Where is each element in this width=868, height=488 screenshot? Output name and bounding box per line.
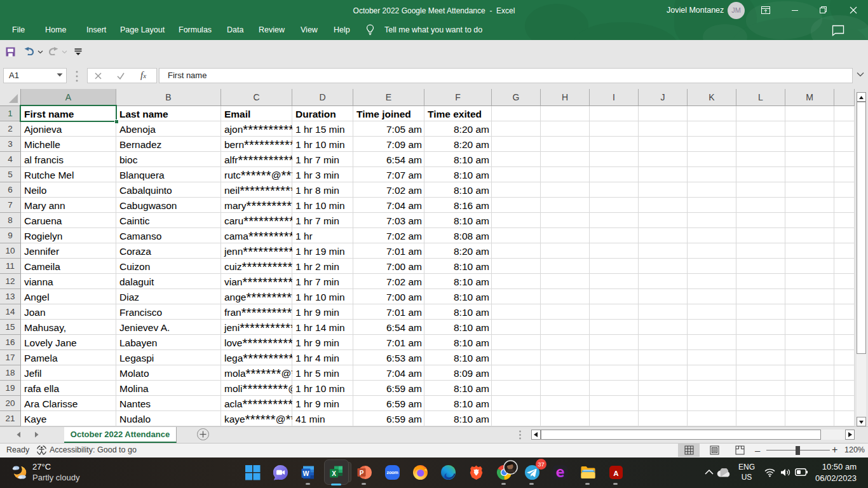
svg-text:zoom: zoom (387, 470, 399, 475)
svg-text:P: P (360, 470, 364, 477)
svg-text:A: A (613, 470, 618, 477)
svg-text:W: W (303, 470, 309, 477)
svg-text:X: X (332, 470, 336, 477)
